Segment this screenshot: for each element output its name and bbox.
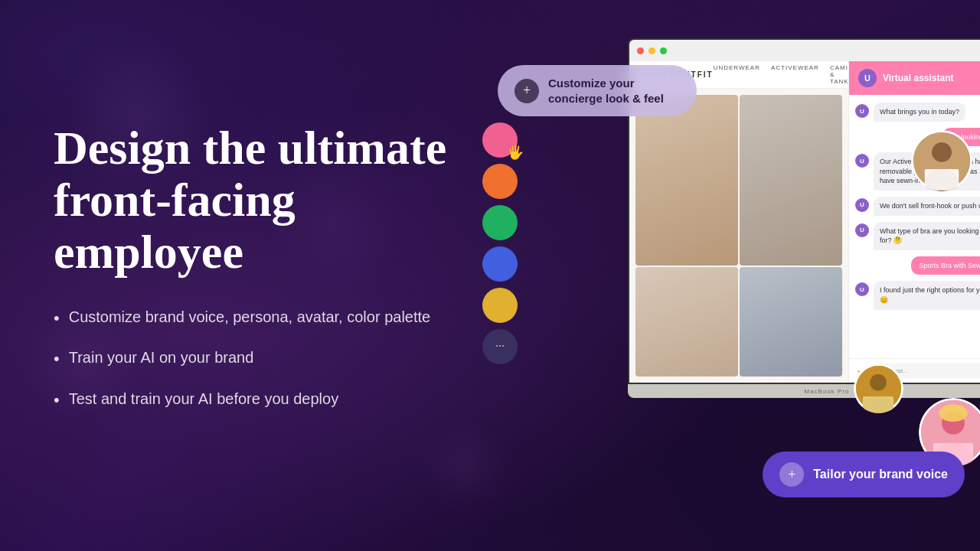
browser-dot-green [660, 47, 667, 54]
msg-row-4: U We don't sell front-hook or push up. [855, 197, 980, 216]
nav-link-underwear: UNDERWEAR [714, 64, 760, 85]
chat-bubble-5: What type of bra are you looking for? 🤔 [874, 222, 980, 250]
store-image-1 [635, 95, 738, 266]
laptop-bottom: MacBook Pro [628, 384, 980, 398]
tailor-pill-text: Tailor your brand voice [813, 468, 948, 481]
profile-circle-1 [911, 130, 972, 191]
msg-row-6: Sports Bra with Sewn-In Pads [855, 256, 980, 276]
msg-row-1: U What brings you in today? [855, 103, 980, 122]
store-image-3 [635, 267, 738, 377]
color-swatches: 🖐 ··· [482, 122, 518, 364]
right-section: + Customize your concierge look & feel 🖐… [521, 0, 980, 551]
svg-rect-3 [925, 169, 959, 191]
store-images [629, 89, 848, 383]
hand-icon: 🖐 [507, 144, 524, 161]
bot-avatar-3: U [855, 154, 869, 168]
swatch-blue[interactable] [482, 246, 518, 282]
customize-pill-text: Customize your concierge look & feel [548, 76, 664, 106]
profile-image-1 [911, 130, 972, 191]
profile-image-2 [854, 364, 903, 413]
bullet-2: Train your AI on your brand [54, 347, 475, 371]
chat-header-title: Virtual assistant [883, 73, 953, 83]
bullet-3: Test and train your AI before you deploy [54, 388, 475, 412]
customize-pill-icon: + [514, 79, 539, 103]
customize-pill[interactable]: + Customize your concierge look & feel [498, 65, 697, 116]
svg-point-1 [932, 142, 952, 162]
browser-dot-red [637, 47, 644, 54]
browser-dot-yellow [648, 47, 655, 54]
store-image-2 [740, 95, 842, 266]
nav-link-camis: CAMIS & TANKS [830, 64, 848, 85]
laptop-brand-label: MacBook Pro [804, 388, 849, 395]
svg-point-5 [870, 374, 887, 391]
main-content: Design the ultimate front-facing employe… [0, 0, 980, 551]
swatch-orange[interactable] [482, 164, 518, 199]
swatch-green[interactable] [482, 205, 518, 240]
nav-link-activewear: ACTIVEWEAR [771, 64, 819, 85]
main-heading: Design the ultimate front-facing employe… [54, 122, 475, 279]
chat-bubble-1: What brings you in today? [874, 103, 965, 122]
left-section: Design the ultimate front-facing employe… [0, 76, 521, 475]
chat-avatar: U [858, 69, 877, 87]
store-image-4 [740, 267, 842, 377]
swatch-more[interactable]: ··· [482, 329, 518, 364]
tailor-pill-icon: + [779, 462, 804, 487]
heading-line2: front-facing employee [54, 174, 296, 278]
store-nav-links: UNDERWEAR ACTIVEWEAR CAMIS & TANKS [714, 64, 848, 85]
msg-row-5: U What type of bra are you looking for? … [855, 222, 980, 250]
tailor-brand-voice-pill[interactable]: + Tailor your brand voice [763, 452, 965, 497]
swatch-pink-container[interactable]: 🖐 [482, 122, 518, 158]
chat-widget: U Virtual assistant U What brings you in… [848, 61, 980, 383]
msg-row-7: U I found just the right options for you… [855, 281, 980, 309]
heading-line1: Design the ultimate [54, 122, 446, 174]
svg-rect-7 [863, 396, 893, 413]
chat-bubble-6: Sports Bra with Sewn-In Pads [911, 256, 980, 276]
profile-circle-2 [854, 364, 903, 413]
bullet-1: Customize brand voice, persona, avatar, … [54, 306, 475, 331]
bot-avatar-7: U [855, 282, 869, 296]
chat-header: U Virtual assistant [849, 61, 980, 95]
chat-bubble-7: I found just the right options for you! … [874, 281, 980, 309]
chat-bubble-4: We don't sell front-hook or push up. [874, 197, 980, 216]
bot-avatar-5: U [855, 223, 869, 237]
feature-list: Customize brand voice, persona, avatar, … [54, 306, 475, 412]
bot-avatar-4: U [855, 198, 869, 212]
chat-messages: U What brings you in today? I'm looking … [849, 95, 980, 358]
svg-point-12 [939, 405, 967, 422]
browser-bar [629, 40, 980, 61]
bot-avatar-1: U [855, 104, 869, 118]
swatch-yellow[interactable] [482, 288, 518, 323]
